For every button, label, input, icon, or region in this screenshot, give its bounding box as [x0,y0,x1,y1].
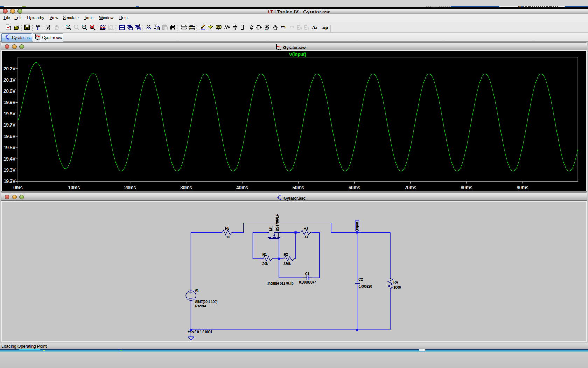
svg-text:40ms: 40ms [236,185,248,190]
svg-text:60ms: 60ms [348,185,360,190]
svg-text:19.8V: 19.8V [4,111,16,116]
svg-text:20.2V: 20.2V [4,66,16,71]
svg-text:19.3V: 19.3V [4,167,16,173]
svg-text:19.5V: 19.5V [4,145,16,150]
svg-text:19.7V: 19.7V [4,122,16,128]
svg-text:19.6V: 19.6V [4,134,16,139]
svg-text:20.1V: 20.1V [4,77,16,83]
svg-text:V(input): V(input) [289,52,306,57]
svg-text:80ms: 80ms [461,185,473,190]
svg-text:0ms: 0ms [13,185,23,190]
svg-text:30ms: 30ms [180,185,192,190]
svg-text:20.0V: 20.0V [4,88,16,94]
svg-text:10ms: 10ms [68,185,80,190]
svg-text:19.9V: 19.9V [4,100,16,105]
svg-text:90ms: 90ms [517,185,529,190]
svg-text:20ms: 20ms [124,185,136,190]
svg-text:19.2V: 19.2V [4,178,16,184]
svg-text:70ms: 70ms [405,185,417,190]
svg-text:19.4V: 19.4V [4,156,16,162]
svg-text:50ms: 50ms [292,185,304,190]
